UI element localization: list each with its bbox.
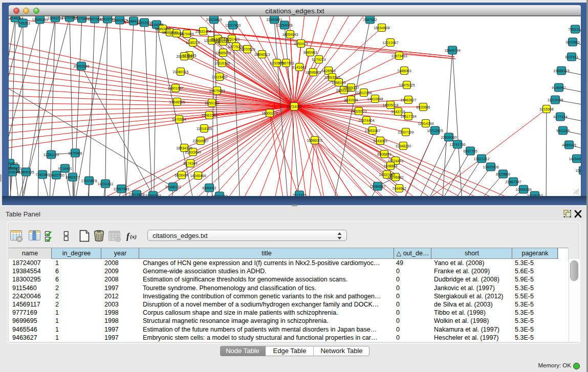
svg-text:15875853: 15875853 bbox=[209, 89, 225, 92]
svg-text:4745263: 4745263 bbox=[16, 21, 30, 25]
svg-text:23007109: 23007109 bbox=[398, 130, 413, 134]
svg-text:12381122: 12381122 bbox=[43, 152, 59, 156]
svg-text:7242460: 7242460 bbox=[35, 172, 49, 176]
svg-text:22974828: 22974828 bbox=[128, 192, 144, 196]
svg-text:10973493: 10973493 bbox=[391, 54, 407, 57]
svg-text:19517734: 19517734 bbox=[400, 114, 416, 118]
svg-text:6141643: 6141643 bbox=[292, 65, 306, 69]
svg-text:24590883: 24590883 bbox=[145, 193, 161, 196]
svg-text:11514145: 11514145 bbox=[197, 126, 212, 130]
svg-text:14046466: 14046466 bbox=[190, 173, 206, 177]
svg-text:18724007: 18724007 bbox=[286, 104, 302, 108]
svg-text:21512166: 21512166 bbox=[356, 91, 372, 94]
svg-text:3080963: 3080963 bbox=[303, 50, 317, 54]
svg-text:8529889: 8529889 bbox=[496, 172, 510, 176]
svg-text:9146997: 9146997 bbox=[552, 85, 565, 89]
svg-text:6868105: 6868105 bbox=[332, 80, 345, 84]
svg-text:11210248: 11210248 bbox=[548, 98, 563, 101]
svg-text:8579409: 8579409 bbox=[180, 32, 193, 35]
svg-text:12914394: 12914394 bbox=[418, 121, 433, 125]
svg-text:7485003: 7485003 bbox=[397, 69, 411, 72]
svg-text:18296882: 18296882 bbox=[387, 175, 403, 179]
svg-text:22553595: 22553595 bbox=[324, 75, 340, 79]
svg-text:11348230: 11348230 bbox=[396, 144, 411, 147]
svg-text:(x): (x) bbox=[130, 233, 137, 240]
svg-text:10557945: 10557945 bbox=[113, 187, 129, 190]
svg-text:5243069: 5243069 bbox=[373, 139, 387, 142]
svg-text:4177374: 4177374 bbox=[553, 115, 567, 118]
svg-text:22254078: 22254078 bbox=[276, 23, 292, 27]
svg-text:23987347: 23987347 bbox=[505, 180, 521, 183]
svg-text:10453167: 10453167 bbox=[364, 128, 380, 132]
svg-text:23688315: 23688315 bbox=[553, 69, 569, 72]
svg-text:3376966: 3376966 bbox=[68, 151, 82, 155]
svg-text:22593651: 22593651 bbox=[266, 17, 282, 21]
svg-text:18596865: 18596865 bbox=[305, 70, 321, 74]
svg-text:24374404: 24374404 bbox=[358, 118, 374, 122]
svg-text:21933649: 21933649 bbox=[185, 150, 201, 154]
svg-text:10458289: 10458289 bbox=[515, 187, 531, 191]
svg-text:24471842: 24471842 bbox=[211, 194, 227, 196]
svg-text:1608894: 1608894 bbox=[383, 164, 397, 167]
svg-text:3215958: 3215958 bbox=[539, 107, 553, 111]
svg-text:24436053: 24436053 bbox=[527, 193, 542, 196]
svg-text:23070529: 23070529 bbox=[239, 47, 255, 51]
svg-text:10316145: 10316145 bbox=[214, 61, 230, 64]
svg-text:7952134: 7952134 bbox=[568, 27, 581, 31]
svg-text:20188132: 20188132 bbox=[165, 185, 181, 188]
svg-text:13041238: 13041238 bbox=[47, 16, 63, 20]
svg-text:4889045: 4889045 bbox=[562, 143, 576, 146]
svg-text:2577105: 2577105 bbox=[292, 193, 306, 196]
svg-text:19492829: 19492829 bbox=[112, 18, 127, 21]
svg-text:8174349: 8174349 bbox=[183, 161, 197, 165]
svg-text:14248244: 14248244 bbox=[9, 16, 24, 20]
svg-text:15300273: 15300273 bbox=[262, 111, 277, 115]
svg-text:16154808: 16154808 bbox=[374, 26, 389, 29]
svg-text:13646585: 13646585 bbox=[169, 100, 185, 103]
svg-text:16724441: 16724441 bbox=[387, 159, 403, 162]
svg-text:18534339: 18534339 bbox=[176, 146, 192, 149]
svg-text:15665337: 15665337 bbox=[343, 85, 359, 89]
svg-text:24326523: 24326523 bbox=[351, 109, 366, 113]
svg-text:19585076: 19585076 bbox=[215, 51, 231, 54]
svg-text:8859183: 8859183 bbox=[205, 101, 219, 104]
svg-text:22939587: 22939587 bbox=[192, 139, 208, 142]
svg-text:6185216: 6185216 bbox=[186, 40, 200, 44]
svg-text:5179214: 5179214 bbox=[312, 57, 325, 61]
svg-text:4144095: 4144095 bbox=[149, 23, 163, 26]
svg-text:22806335: 22806335 bbox=[18, 170, 34, 173]
svg-text:6628503: 6628503 bbox=[321, 69, 335, 72]
svg-text:7494562: 7494562 bbox=[392, 186, 406, 190]
svg-text:16896513: 16896513 bbox=[254, 52, 270, 56]
svg-text:16713925: 16713925 bbox=[427, 128, 443, 132]
svg-text:19463627: 19463627 bbox=[400, 98, 416, 101]
svg-text:21115450: 21115450 bbox=[212, 75, 227, 78]
svg-text:18251421: 18251421 bbox=[224, 37, 239, 40]
svg-text:12213967: 12213967 bbox=[382, 40, 398, 44]
svg-text:6628434: 6628434 bbox=[175, 173, 188, 177]
svg-text:4550413: 4550413 bbox=[294, 41, 308, 45]
svg-text:13420906: 13420906 bbox=[483, 165, 498, 168]
svg-text:14232411: 14232411 bbox=[98, 182, 114, 185]
svg-text:13921212: 13921212 bbox=[473, 157, 489, 160]
svg-text:16088301: 16088301 bbox=[307, 138, 322, 142]
svg-text:12084847: 12084847 bbox=[369, 184, 385, 188]
svg-text:3895870: 3895870 bbox=[9, 166, 22, 170]
svg-text:13545349: 13545349 bbox=[32, 17, 48, 21]
svg-text:8869062: 8869062 bbox=[202, 186, 216, 189]
svg-text:13741736: 13741736 bbox=[449, 142, 465, 146]
svg-text:18059643: 18059643 bbox=[282, 32, 298, 36]
svg-text:20336388: 20336388 bbox=[176, 54, 192, 58]
svg-text:9714491: 9714491 bbox=[58, 166, 72, 170]
svg-text:20053346: 20053346 bbox=[73, 64, 89, 68]
svg-text:10387903: 10387903 bbox=[278, 61, 294, 64]
svg-text:20023409: 20023409 bbox=[206, 17, 222, 21]
svg-text:14254919: 14254919 bbox=[569, 157, 581, 160]
svg-text:9311165: 9311165 bbox=[556, 128, 570, 132]
svg-text:3037611: 3037611 bbox=[565, 55, 579, 58]
svg-text:17010878: 17010878 bbox=[81, 179, 97, 182]
svg-text:14901657: 14901657 bbox=[167, 86, 183, 90]
svg-text:19422760: 19422760 bbox=[48, 173, 64, 177]
svg-text:5343718: 5343718 bbox=[391, 110, 405, 113]
svg-text:21080115: 21080115 bbox=[173, 70, 189, 73]
